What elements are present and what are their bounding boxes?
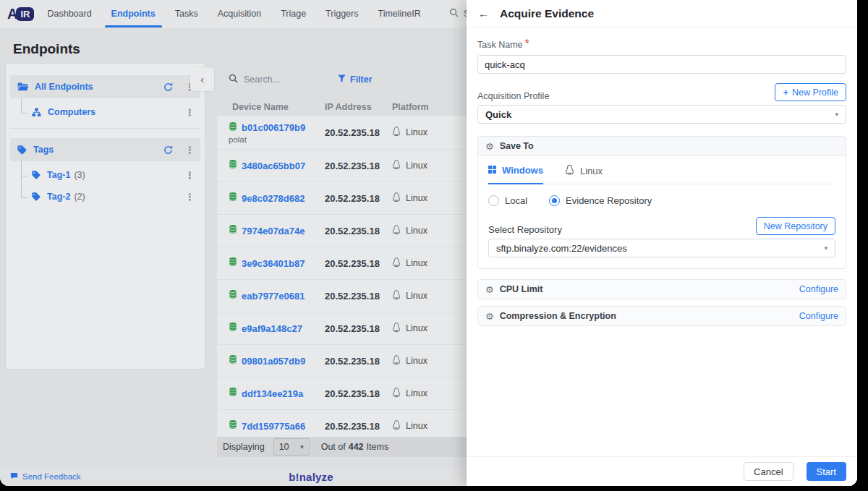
device-ip: 20.52.235.18 <box>325 291 392 302</box>
caret-down-icon: ▾ <box>835 111 838 118</box>
acquire-evidence-drawer: ← Acquire Evidence Task Name* Acquisitio… <box>467 0 857 486</box>
table-row[interactable]: 09801a057db9 20.52.235.18 Linux <box>217 345 492 377</box>
device-name-link[interactable]: 3e9c36401b87 <box>242 258 305 269</box>
binalyze-logo: b!nalyze <box>217 467 405 486</box>
linux-icon <box>392 159 401 172</box>
table-row[interactable]: e9af9a148c27 20.52.235.18 Linux <box>217 312 492 344</box>
linux-icon <box>392 224 401 237</box>
device-name-link[interactable]: 09801a057db9 <box>242 356 305 367</box>
back-arrow-icon[interactable]: ← <box>478 8 489 19</box>
table-search[interactable] <box>229 73 322 86</box>
cpu-limit-title: CPU Limit <box>500 284 543 294</box>
endpoint-table: b01c006179b9 polat 20.52.235.18 Linux 34… <box>217 116 492 443</box>
kebab-menu-icon[interactable]: ⋮ <box>185 145 195 155</box>
device-name-link[interactable]: 9e8c0278d682 <box>242 193 305 204</box>
tree-item-tag-2[interactable]: Tag-2 (2) ⋮ <box>10 186 200 208</box>
gear-icon: ⚙ <box>485 312 494 321</box>
gear-icon: ⚙ <box>485 142 494 151</box>
device-name-link[interactable]: b01c006179b9 <box>242 122 305 133</box>
table-search-input[interactable] <box>244 74 322 85</box>
table-row[interactable]: eab7977e0681 20.52.235.18 Linux <box>217 280 492 312</box>
column-header-device-name[interactable]: Device Name <box>217 102 325 112</box>
save-to-header: ⚙ Save To <box>478 137 846 156</box>
refresh-icon[interactable] <box>163 145 173 155</box>
save-to-card: ⚙ Save To Windows <box>477 136 846 269</box>
windows-icon <box>488 165 496 176</box>
radio-circle <box>488 195 499 206</box>
table-row[interactable]: 3e9c36401b87 20.52.235.18 Linux <box>217 247 492 279</box>
table-row[interactable]: b01c006179b9 polat 20.52.235.18 Linux <box>217 116 492 149</box>
device-name-link[interactable]: ddf134ee219a <box>242 388 303 399</box>
save-to-title: Save To <box>500 141 534 151</box>
device-status-icon <box>229 192 237 205</box>
device-status-icon <box>229 387 237 400</box>
nav-item-endpoints[interactable]: Endpoints <box>111 0 156 27</box>
nav-item-dashboard[interactable]: Dashboard <box>47 0 91 27</box>
tree-item-label: Tag-1 <box>47 170 70 180</box>
funnel-icon <box>338 74 346 85</box>
filter-button[interactable]: Filter <box>338 74 373 85</box>
tree-item-tag-1[interactable]: Tag-1 (3) ⋮ <box>10 164 200 186</box>
new-repository-button[interactable]: New Repository <box>756 217 835 235</box>
repository-select[interactable]: sftp.binalyze.com:22/evidences ▾ <box>488 239 835 257</box>
radio-evidence-repository[interactable]: Evidence Repository <box>549 195 652 206</box>
nav-item-acquisition[interactable]: Acquisition <box>218 0 261 27</box>
tab-windows[interactable]: Windows <box>488 164 543 184</box>
platform-label: Linux <box>406 291 427 301</box>
kebab-menu-icon[interactable]: ⋮ <box>185 192 195 202</box>
linux-icon <box>392 257 401 270</box>
kebab-menu-icon[interactable]: ⋮ <box>185 107 195 118</box>
refresh-icon[interactable] <box>163 82 173 92</box>
table-row[interactable]: 3480ac65bb07 20.52.235.18 Linux <box>217 150 492 182</box>
tree-item-all-endpoints[interactable]: All Endpoints ⋮ <box>10 75 200 98</box>
column-header-platform[interactable]: Platform <box>392 102 429 112</box>
compression-encryption-title: Compression & Encryption <box>500 311 616 321</box>
table-row[interactable]: ddf134ee219a 20.52.235.18 Linux <box>217 377 492 409</box>
linux-icon <box>392 419 401 432</box>
table-row[interactable]: 7974e07da74e 20.52.235.18 Linux <box>217 215 492 247</box>
pagination-bar: Displaying 10 ▾ Out of 442 Items <box>217 437 492 457</box>
radio-local[interactable]: Local <box>488 195 527 206</box>
page-size-select[interactable]: 10 ▾ <box>273 438 310 456</box>
sidebar-collapse-button[interactable]: ‹ <box>190 67 214 91</box>
air-logo[interactable]: A IR <box>7 6 34 22</box>
tag-icon <box>32 192 41 201</box>
linux-icon <box>392 126 401 139</box>
table-row[interactable]: 9e8c0278d682 20.52.235.18 Linux <box>217 182 492 214</box>
tree-divider <box>10 128 200 129</box>
nav-item-triggers[interactable]: Triggers <box>326 0 358 27</box>
app-window: A IR Dashboard Endpoints Tasks Acquisiti… <box>0 0 857 486</box>
send-feedback-button[interactable]: Send Feedback <box>10 467 81 486</box>
device-name-link[interactable]: eab7977e0681 <box>242 291 305 302</box>
nav-item-timelineir[interactable]: TimelineIR <box>378 0 420 27</box>
platform-label: Linux <box>406 421 427 431</box>
drawer-title: Acquire Evidence <box>500 7 594 20</box>
device-status-icon <box>229 257 237 270</box>
device-name-link[interactable]: 3480ac65bb07 <box>242 161 305 171</box>
tree-item-label: Computers <box>48 107 95 117</box>
tree-item-computers[interactable]: Computers ⋮ <box>10 101 200 123</box>
search-icon <box>229 73 238 86</box>
device-name-link[interactable]: e9af9a148c27 <box>242 323 302 334</box>
nav-item-tasks[interactable]: Tasks <box>175 0 198 27</box>
task-name-input[interactable] <box>477 55 846 74</box>
tree-item-label: Tag-2 <box>47 192 70 202</box>
destination-radios: Local Evidence Repository <box>488 195 835 206</box>
compression-encryption-configure-link[interactable]: Configure <box>799 311 838 321</box>
device-name-link[interactable]: 7dd159775a66 <box>242 421 305 432</box>
start-button[interactable]: Start <box>807 462 846 481</box>
tab-linux-label: Linux <box>580 166 603 176</box>
tree-item-tags[interactable]: Tags ⋮ <box>10 138 200 161</box>
new-profile-button[interactable]: + New Profile <box>775 83 846 101</box>
acquisition-profile-select[interactable]: Quick ▾ <box>477 105 846 124</box>
tab-linux[interactable]: Linux <box>565 164 603 184</box>
column-header-ip-address[interactable]: IP Address <box>325 102 392 112</box>
cpu-limit-configure-link[interactable]: Configure <box>799 284 838 294</box>
kebab-menu-icon[interactable]: ⋮ <box>185 170 195 181</box>
acquisition-profile-label: Acquisition Profile <box>477 91 549 101</box>
chat-bubble-icon <box>10 472 18 482</box>
device-name-link[interactable]: 7974e07da74e <box>242 226 305 236</box>
nav-item-triage[interactable]: Triage <box>281 0 306 27</box>
tree-item-label: All Endpoints <box>35 82 93 92</box>
cancel-button[interactable]: Cancel <box>744 462 793 481</box>
